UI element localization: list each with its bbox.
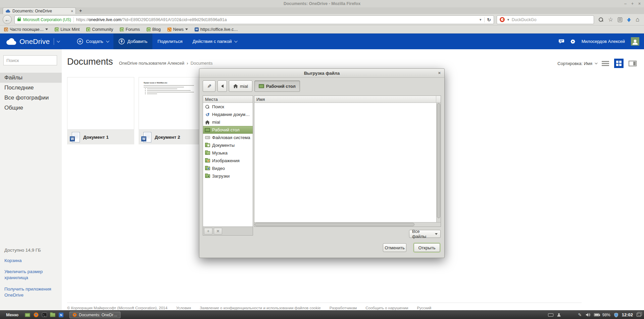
file-tile-document-1[interactable]: W Документ 1 xyxy=(67,77,134,144)
firefox-launcher-icon[interactable] xyxy=(33,312,39,318)
place-home[interactable]: mial xyxy=(203,118,253,126)
cancel-button[interactable]: Отменить xyxy=(383,243,406,252)
bookmark-linux-mint[interactable]: Linux Mint xyxy=(55,27,80,32)
tab-close-icon[interactable]: × xyxy=(71,9,73,13)
minimize-button[interactable]: ‒ xyxy=(624,1,627,6)
dialog-titlebar[interactable]: Выгрузка файла × xyxy=(199,69,444,78)
file-tile-document-2[interactable]: Привет всем от WebWare.biz W Документ 2 xyxy=(139,77,206,144)
vertical-scrollbar[interactable] xyxy=(436,103,441,222)
onedrive-brand[interactable]: OneDrive xyxy=(0,38,59,46)
bookmark-forums[interactable]: Forums xyxy=(120,27,140,32)
bookmark-star-icon[interactable] xyxy=(608,16,613,23)
user-name[interactable]: Милосердов Алексей xyxy=(582,39,625,44)
share-button[interactable]: Поделиться xyxy=(152,34,188,49)
footer-link-language[interactable]: Русский xyxy=(417,306,431,310)
workspace-switcher-icon[interactable] xyxy=(636,312,641,318)
places-header[interactable]: Места xyxy=(203,96,253,103)
column-header-name[interactable]: Имя xyxy=(254,96,436,103)
volume-icon[interactable] xyxy=(586,312,591,318)
path-back-button[interactable] xyxy=(217,80,227,92)
place-desktop[interactable]: Рабочий стол xyxy=(203,126,253,134)
brand-chevron-icon[interactable] xyxy=(57,39,60,43)
files-launcher-icon[interactable] xyxy=(50,312,55,318)
place-search[interactable]: Поиск xyxy=(203,103,253,111)
remove-place-button[interactable]: ✕ xyxy=(214,228,222,235)
bookmark-blog[interactable]: Blog xyxy=(147,27,161,32)
file-filter-dropdown[interactable]: Все файлы xyxy=(409,230,441,238)
list-view-icon[interactable] xyxy=(602,61,609,66)
place-music[interactable]: Музыка xyxy=(203,149,253,157)
sort-dropdown[interactable]: Сортировка: Имя xyxy=(557,61,597,66)
menu-button[interactable]: Меню xyxy=(3,312,22,317)
reload-icon[interactable] xyxy=(487,17,491,22)
avatar[interactable] xyxy=(631,37,639,46)
location-entry-button[interactable] xyxy=(203,80,215,92)
close-button[interactable]: × xyxy=(638,1,641,6)
cloud-favicon-icon xyxy=(5,9,10,13)
bookmark-office-live[interactable]: Whttps://office.live.c… xyxy=(195,27,238,32)
sidebar-search-input[interactable] xyxy=(3,55,57,65)
battery-percent: 98% xyxy=(602,313,610,317)
settings-gear-icon[interactable] xyxy=(571,39,576,44)
breadcrumb-root[interactable]: OneDrive пользователя Алексей xyxy=(119,61,185,66)
url-dropdown-icon[interactable]: ▼ xyxy=(479,18,482,21)
sidebar-item-recent[interactable]: Последние xyxy=(0,83,62,93)
sidebar-item-all-photos[interactable]: Все фотографии xyxy=(0,93,62,103)
home-icon[interactable] xyxy=(636,16,639,23)
place-downloads[interactable]: Загрузки xyxy=(203,172,253,180)
word-launcher-icon[interactable]: N xyxy=(58,312,64,318)
downloads-icon[interactable] xyxy=(627,19,631,22)
path-home-button[interactable]: mial xyxy=(229,80,252,92)
new-tab-button[interactable]: + xyxy=(79,8,82,13)
back-button[interactable]: ← xyxy=(3,15,12,24)
increase-storage-link[interactable]: Увеличить размер хранилища xyxy=(4,269,55,281)
sidebar-item-files[interactable]: Файлы xyxy=(0,73,62,83)
place-pictures[interactable]: Изображения xyxy=(203,157,253,165)
update-shield-icon[interactable] xyxy=(613,312,619,318)
word-icon: W xyxy=(195,27,199,31)
maximize-button[interactable]: + xyxy=(631,1,634,6)
details-pane-icon[interactable] xyxy=(629,61,637,66)
feedback-icon[interactable] xyxy=(558,39,564,44)
folder-actions-button[interactable]: Действия с папкой xyxy=(188,34,242,49)
search-engine-dropdown-icon[interactable]: ▼ xyxy=(507,18,510,21)
footer-link-report[interactable]: Сообщить о нарушении xyxy=(365,306,408,310)
dialog-close-icon[interactable]: × xyxy=(438,70,441,75)
battery-icon[interactable] xyxy=(594,312,599,318)
sidebar-item-shared[interactable]: Общие xyxy=(0,103,62,113)
bookmark-most-visited[interactable]: Часто посещае… xyxy=(4,27,48,32)
place-videos[interactable]: Видео xyxy=(203,165,253,172)
user-applet-icon[interactable] xyxy=(556,312,562,318)
footer-link-terms[interactable]: Условия xyxy=(176,306,191,310)
place-documents[interactable]: Документы xyxy=(203,141,253,149)
bookmark-news[interactable]: News xyxy=(167,27,188,32)
place-filesystem[interactable]: Файловая система xyxy=(203,134,253,141)
terminal-launcher-icon[interactable]: ›_ xyxy=(42,312,47,318)
show-desktop-icon[interactable] xyxy=(25,312,30,318)
add-place-button[interactable]: + xyxy=(204,228,212,235)
footer-link-privacy[interactable]: Заявление о конфиденциальности и использ… xyxy=(200,306,320,310)
clock[interactable]: 12:02 xyxy=(622,312,633,317)
tablet-pen-icon[interactable] xyxy=(577,312,583,318)
place-recent[interactable]: Недавние докум… xyxy=(203,111,253,118)
add-upload-button[interactable]: Добавить xyxy=(113,34,153,49)
create-button[interactable]: Создать xyxy=(72,34,113,49)
file-upload-dialog: Выгрузка файла × mial Рабочий стол Места… xyxy=(199,68,445,258)
open-button[interactable]: Открыть xyxy=(414,243,440,252)
file-list-body[interactable] xyxy=(254,103,436,222)
search-bar[interactable]: ▼ DuckDuckGo xyxy=(497,15,594,24)
keyboard-layout-icon[interactable] xyxy=(548,312,553,318)
taskbar-window-button[interactable]: Documents: OneDr… xyxy=(69,312,120,318)
recycle-bin-link[interactable]: Корзина xyxy=(4,258,55,264)
url-bar[interactable]: Microsoft Corporation (US) https://onedr… xyxy=(14,15,494,24)
bookmark-community[interactable]: Community xyxy=(86,27,113,32)
get-apps-link[interactable]: Получить приложения OneDrive xyxy=(4,286,55,298)
path-desktop-button[interactable]: Рабочий стол xyxy=(254,80,300,92)
grid-view-icon[interactable] xyxy=(614,59,624,68)
bookmarks-panel-icon[interactable] xyxy=(618,17,622,22)
page-search-icon[interactable] xyxy=(599,17,603,22)
horizontal-scrollbar[interactable] xyxy=(254,222,441,227)
tab-documents-onedrive[interactable]: Documents: OneDrive × xyxy=(3,7,76,14)
footer-link-developers[interactable]: Разработчикам xyxy=(330,306,357,310)
sidebar: Файлы Последние Все фотографии Общие Дос… xyxy=(0,49,62,310)
